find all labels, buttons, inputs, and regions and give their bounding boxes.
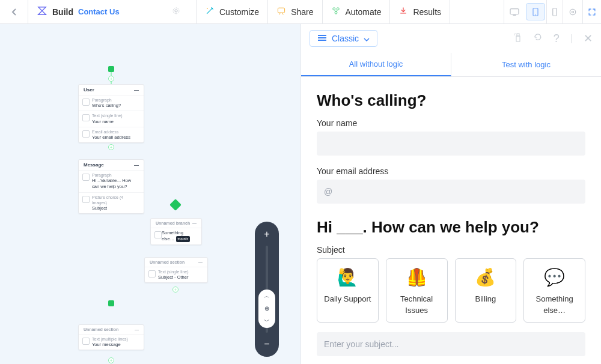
automate-tab[interactable]: Automate <box>323 0 391 23</box>
email-label: Your email address <box>317 166 585 176</box>
safety-vest-icon: 🦺 <box>390 267 444 287</box>
device-desktop[interactable] <box>504 0 525 23</box>
node-user[interactable]: User— ParagraphWho's calling? Text (sing… <box>78 84 144 143</box>
add-node-button[interactable]: + <box>108 76 114 82</box>
choice-daily-support[interactable]: 🙋‍♂️ Daily Support <box>317 258 379 323</box>
collapse-icon[interactable]: — <box>134 87 139 93</box>
subject-choices: 🙋‍♂️ Daily Support 🦺 Technical Issues 💰 … <box>317 258 585 323</box>
wand-icon <box>205 6 215 17</box>
heading-who-calling: Who's calling? <box>317 91 585 110</box>
email-input[interactable] <box>317 180 585 204</box>
svg-rect-21 <box>517 34 519 36</box>
svg-rect-3 <box>278 8 285 13</box>
add-node-button[interactable]: + <box>108 144 114 150</box>
preview-tabs: All without logic Test with logic <box>301 53 601 77</box>
money-bag-icon: 💰 <box>459 267 513 287</box>
branch-diamond[interactable] <box>169 199 182 211</box>
svg-point-5 <box>337 8 339 10</box>
form-preview: Who's calling? Your name Your email addr… <box>301 77 601 364</box>
heading-how-help: Hi ___. How can we help you? <box>317 218 585 237</box>
fit-icon[interactable]: ⊕ <box>264 305 269 312</box>
start-node[interactable] <box>108 66 114 72</box>
collapse-icon[interactable]: — <box>198 260 203 264</box>
build-tab[interactable]: Build Contact Us <box>28 0 197 23</box>
chevron-up-icon: ︿ <box>264 292 270 300</box>
choice-label: Technical Issues <box>400 294 433 315</box>
form-title[interactable]: Contact Us <box>78 7 120 16</box>
choice-billing[interactable]: 💰 Billing <box>455 258 517 323</box>
zoom-handle[interactable]: ︿ ⊕ ﹀ <box>258 290 275 328</box>
results-label: Results <box>413 7 441 17</box>
choice-label: Billing <box>475 294 496 303</box>
subject-label: Subject <box>317 245 585 255</box>
menu-icon <box>317 34 327 43</box>
svg-rect-10 <box>553 8 557 16</box>
results-icon <box>398 6 408 17</box>
choice-technical-issues[interactable]: 🦺 Technical Issues <box>386 258 448 323</box>
tab-all-without-logic[interactable]: All without logic <box>301 53 451 76</box>
name-label: Your name <box>317 118 585 128</box>
node-title: Unnamed branch <box>156 221 190 225</box>
topbar: Build Contact Us Customize Share Automat… <box>0 0 601 24</box>
node-title: User <box>84 87 94 93</box>
spray-icon[interactable] <box>514 32 522 45</box>
collapse-icon[interactable]: — <box>135 327 139 332</box>
build-label: Build <box>52 7 73 17</box>
add-node-button[interactable]: + <box>172 287 178 293</box>
svg-point-6 <box>335 11 337 14</box>
svg-rect-7 <box>510 8 519 14</box>
device-tablet[interactable] <box>526 3 545 20</box>
zoom-control: + ︿ ⊕ ﹀ − <box>255 222 279 357</box>
close-icon[interactable]: ✕ <box>584 32 593 45</box>
merge-node[interactable] <box>108 300 114 306</box>
svg-point-4 <box>332 8 335 10</box>
share-tab[interactable]: Share <box>268 0 322 23</box>
chevron-left-icon <box>11 8 17 16</box>
choice-label: Daily Support <box>324 294 371 303</box>
chevron-down-icon: ﹀ <box>264 317 270 326</box>
zoom-slider[interactable]: ︿ ⊕ ﹀ <box>266 246 268 333</box>
layout-select[interactable]: Classic <box>310 30 377 47</box>
help-icon[interactable]: ? <box>554 32 560 45</box>
automate-icon <box>331 6 341 17</box>
device-mobile[interactable] <box>546 0 563 23</box>
person-raising-hand-icon: 🙋‍♂️ <box>321 267 374 287</box>
svg-point-22 <box>514 33 515 34</box>
name-input[interactable] <box>317 132 585 156</box>
preview-panel: Classic ? | ✕ All without logic Test wit… <box>300 24 601 364</box>
svg-point-1 <box>173 8 179 14</box>
collapse-icon[interactable]: — <box>192 221 197 225</box>
results-tab[interactable]: Results <box>390 0 450 23</box>
collapse-icon[interactable]: — <box>134 162 139 168</box>
automate-label: Automate <box>346 7 382 17</box>
refresh-icon[interactable] <box>533 32 543 44</box>
share-icon <box>276 6 286 17</box>
svg-point-11 <box>570 9 576 15</box>
node-branch[interactable]: Unnamed branch— Something else… equals <box>150 218 202 245</box>
gear-icon[interactable] <box>165 7 188 17</box>
svg-point-23 <box>514 34 514 35</box>
condition-tag: equals <box>176 236 191 242</box>
chevron-down-icon <box>364 34 370 43</box>
svg-rect-20 <box>516 36 520 41</box>
node-message[interactable]: Message— ParagraphHi --Variable--. How c… <box>78 159 144 214</box>
flow-canvas[interactable]: + User— ParagraphWho's calling? Text (si… <box>0 24 300 364</box>
zoom-in-button[interactable]: + <box>263 228 270 241</box>
settings-icon[interactable] <box>563 0 582 23</box>
node-section-1[interactable]: Unnamed section— Text (single line)Subje… <box>144 257 208 283</box>
customize-tab[interactable]: Customize <box>197 0 268 23</box>
choice-something-else[interactable]: 💬 Something else… <box>523 258 585 323</box>
svg-point-2 <box>207 8 208 9</box>
tab-test-with-logic[interactable]: Test with logic <box>451 53 601 76</box>
zoom-out-button[interactable]: − <box>263 338 270 351</box>
back-button[interactable] <box>0 0 28 23</box>
subject-input[interactable] <box>317 332 585 356</box>
node-title: Unnamed section <box>150 260 185 264</box>
share-label: Share <box>291 7 313 17</box>
fullscreen-icon[interactable] <box>582 0 601 23</box>
logo-icon <box>37 5 47 18</box>
node-title: Message <box>84 162 104 168</box>
node-section-2[interactable]: Unnamed section— Text (multiple lines)Yo… <box>78 324 144 350</box>
add-node-button[interactable]: + <box>108 357 114 363</box>
svg-point-0 <box>175 10 177 12</box>
